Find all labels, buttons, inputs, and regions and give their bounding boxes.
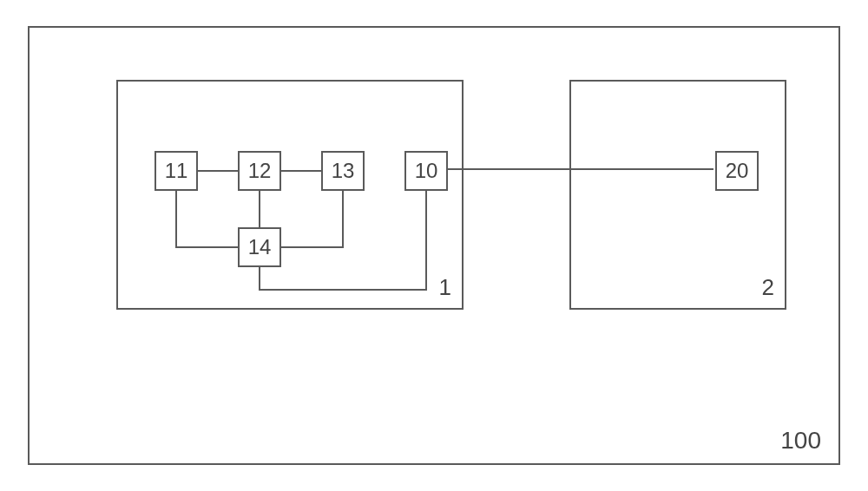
node-20-label: 20 bbox=[726, 159, 749, 183]
node-12: 12 bbox=[238, 151, 281, 191]
group-box-1: 1 11 12 13 10 14 bbox=[116, 80, 464, 310]
node-14-label: 14 bbox=[248, 235, 272, 259]
connectors-group-1 bbox=[118, 82, 465, 311]
node-10: 10 bbox=[404, 151, 448, 191]
node-14: 14 bbox=[238, 227, 281, 267]
outer-container-100: 100 1 11 12 13 10 14 bbox=[28, 26, 840, 465]
outer-label: 100 bbox=[780, 427, 821, 455]
node-10-label: 10 bbox=[415, 159, 438, 183]
group-1-label: 1 bbox=[439, 274, 451, 301]
node-20: 20 bbox=[715, 151, 759, 191]
group-2-label: 2 bbox=[762, 274, 774, 301]
group-box-2: 2 20 bbox=[569, 80, 786, 310]
node-13: 13 bbox=[321, 151, 365, 191]
node-13-label: 13 bbox=[332, 159, 355, 183]
node-11: 11 bbox=[155, 151, 198, 191]
node-12-label: 12 bbox=[248, 159, 272, 183]
node-11-label: 11 bbox=[165, 159, 188, 183]
